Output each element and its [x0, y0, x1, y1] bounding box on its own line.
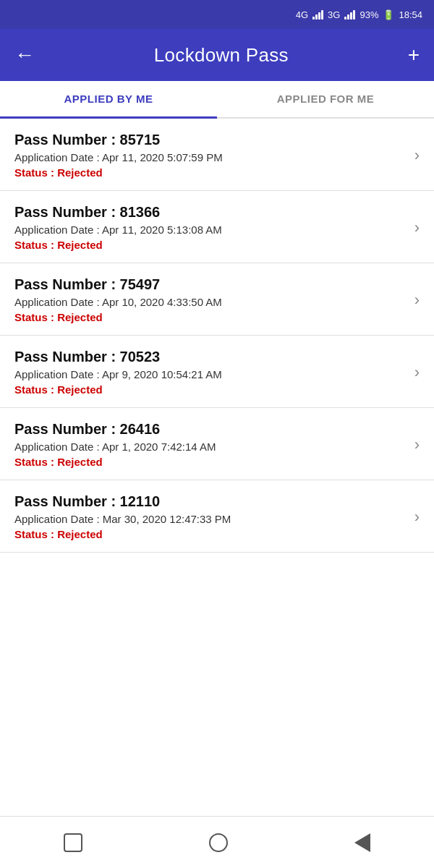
pass-number: Pass Number : 85715	[14, 132, 406, 148]
battery-icon: 🔋	[383, 9, 394, 20]
list-item[interactable]: Pass Number : 12110Application Date : Ma…	[0, 480, 434, 553]
square-icon	[64, 833, 82, 852]
list-item[interactable]: Pass Number : 70523Application Date : Ap…	[0, 336, 434, 408]
pass-item-content: Pass Number : 81366Application Date : Ap…	[14, 204, 406, 251]
signal-2-icon	[344, 9, 355, 20]
nav-home-button[interactable]	[209, 833, 228, 852]
nav-recent-apps-button[interactable]	[64, 833, 82, 852]
status-badge: Status : Rejected	[14, 311, 406, 323]
nav-back-button[interactable]	[354, 833, 370, 852]
status-badge: Status : Rejected	[14, 456, 406, 468]
chevron-right-icon: ›	[414, 435, 420, 454]
list-item[interactable]: Pass Number : 75497Application Date : Ap…	[0, 263, 434, 336]
pass-number: Pass Number : 26416	[14, 421, 406, 438]
page-title: Lockdown Pass	[154, 44, 289, 67]
circle-icon	[209, 833, 228, 852]
chevron-right-icon: ›	[414, 508, 420, 527]
pass-item-content: Pass Number : 70523Application Date : Ap…	[14, 349, 406, 396]
status-badge: Status : Rejected	[14, 383, 406, 396]
app-bar: ← Lockdown Pass +	[0, 29, 434, 81]
status-bar: 4G 3G 93% 🔋 18:54	[0, 0, 434, 29]
pass-number: Pass Number : 81366	[14, 204, 406, 221]
chevron-right-icon: ›	[414, 363, 420, 382]
application-date: Application Date : Apr 9, 2020 10:54:21 …	[14, 368, 406, 380]
status-badge: Status : Rejected	[14, 166, 406, 179]
pass-item-content: Pass Number : 12110Application Date : Ma…	[14, 493, 406, 540]
list-item[interactable]: Pass Number : 81366Application Date : Ap…	[0, 191, 434, 263]
battery-percent: 93%	[359, 9, 378, 20]
add-button[interactable]: +	[408, 45, 420, 65]
tab-bar: APPLIED BY ME APPLIED FOR ME	[0, 81, 434, 119]
pass-item-content: Pass Number : 75497Application Date : Ap…	[14, 276, 406, 323]
pass-list: Pass Number : 85715Application Date : Ap…	[0, 119, 434, 553]
pass-item-content: Pass Number : 26416Application Date : Ap…	[14, 421, 406, 468]
triangle-icon	[354, 833, 370, 852]
pass-number: Pass Number : 70523	[14, 349, 406, 365]
chevron-right-icon: ›	[414, 291, 420, 310]
time-display: 18:54	[399, 9, 422, 20]
application-date: Application Date : Apr 10, 2020 4:33:50 …	[14, 296, 406, 308]
chevron-right-icon: ›	[414, 218, 420, 237]
list-item[interactable]: Pass Number : 85715Application Date : Ap…	[0, 119, 434, 191]
pass-item-content: Pass Number : 85715Application Date : Ap…	[14, 132, 406, 179]
list-item[interactable]: Pass Number : 26416Application Date : Ap…	[0, 408, 434, 480]
status-badge: Status : Rejected	[14, 239, 406, 251]
application-date: Application Date : Apr 11, 2020 5:07:59 …	[14, 151, 406, 163]
application-date: Application Date : Mar 30, 2020 12:47:33…	[14, 513, 406, 525]
status-badge: Status : Rejected	[14, 528, 406, 540]
application-date: Application Date : Apr 11, 2020 5:13:08 …	[14, 224, 406, 236]
tab-applied-by-me[interactable]: APPLIED BY ME	[0, 81, 217, 119]
chevron-right-icon: ›	[414, 146, 420, 165]
application-date: Application Date : Apr 1, 2020 7:42:14 A…	[14, 441, 406, 453]
pass-number: Pass Number : 75497	[14, 276, 406, 293]
back-button[interactable]: ←	[14, 45, 35, 65]
signal-1-icon	[312, 9, 323, 20]
network-4g-label: 4G	[296, 9, 308, 20]
bottom-nav	[0, 816, 434, 868]
pass-number: Pass Number : 12110	[14, 493, 406, 510]
tab-applied-for-me[interactable]: APPLIED FOR ME	[217, 81, 434, 119]
network-3g-label: 3G	[328, 9, 340, 20]
